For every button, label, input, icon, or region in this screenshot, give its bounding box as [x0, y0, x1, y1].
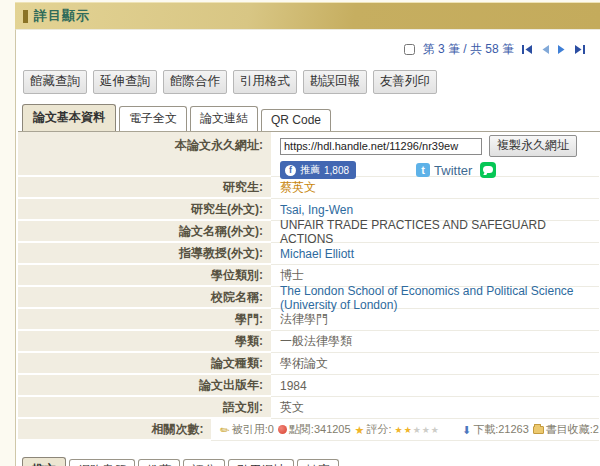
thesis-field-table: 本論文永久網址: 複製永久網址 推薦 1,808 [18, 132, 599, 441]
tab-cite-url[interactable]: 引用網址 [228, 459, 294, 466]
downloads-stat: ⬇ 下載:21263 [462, 422, 529, 437]
views-icon [278, 425, 287, 434]
usage-stats: ✎ 被引用:0 點閱:341205 ★ 評分: ★★★★★ [220, 422, 599, 437]
permalink-row: 本論文永久網址: 複製永久網址 推薦 1,808 [18, 132, 599, 177]
permalink-url-input[interactable] [280, 138, 482, 155]
error-report-button[interactable]: 勘誤回報 [303, 70, 367, 94]
school-name-link[interactable]: The London School of Economics and Polit… [280, 284, 599, 312]
field-row-title-en: 論文名稱(外文): UNFAIR TRADE PRACTICES AND SAF… [18, 221, 599, 243]
field-label: 學類: [18, 331, 271, 353]
record-position: 第 3 筆 / 共 58 筆 [423, 41, 514, 58]
field-row-thesis-type: 論文種類: 學術論文 [18, 353, 599, 375]
field-label: 相關次數: [18, 419, 211, 441]
field-label: 研究生: [18, 177, 271, 199]
thesis-title-en: UNFAIR TRADE PRACTICES AND SAFEGUARD ACT… [280, 218, 599, 246]
page-frame: 詳目顯示 第 3 筆 / 共 58 筆 館藏查詢 延伸查詢 館際合作 引用格式 … [15, 2, 600, 466]
cited-stat: ✎ 被引用:0 [220, 422, 273, 437]
field-row-advisor-en: 指導教授(外文): Michael Elliott [18, 243, 599, 265]
facebook-share-count: 1,808 [324, 165, 349, 176]
record-select-checkbox[interactable] [404, 44, 415, 55]
facebook-share-label: 推薦 [300, 163, 320, 177]
library-search-button[interactable]: 館藏查詢 [23, 70, 87, 94]
twitter-share-label: Twitter [434, 163, 472, 178]
discipline-value: 法律學門 [280, 311, 328, 328]
views-stat: 點閱:341205 [278, 422, 351, 437]
tab-rate[interactable]: 評分 [183, 459, 225, 466]
publish-year-value: 1984 [280, 379, 307, 393]
thesis-type-value: 學術論文 [280, 355, 328, 372]
tab-tweet[interactable]: 推文 [22, 457, 66, 466]
field-label: 語文別: [18, 397, 271, 419]
field-label: 論文種類: [18, 353, 271, 375]
advisor-name-link[interactable]: Michael Elliott [280, 247, 354, 261]
cited-icon: ✎ [218, 423, 231, 437]
field-row-discipline: 學門: 法律學門 [18, 309, 599, 331]
line-share-button[interactable] [480, 162, 496, 178]
tab-recommend[interactable]: 推薦 [138, 459, 180, 466]
student-name-link[interactable]: 蔡英文 [280, 179, 316, 196]
extended-search-button[interactable]: 延伸查詢 [93, 70, 157, 94]
bookmark-folder-icon [533, 426, 544, 434]
field-row-school: 校院名稱: The London School of Economics and… [18, 287, 599, 309]
title-marker-icon [23, 10, 28, 23]
field-row-publish-year: 論文出版年: 1984 [18, 375, 599, 397]
subject-value: 一般法律學類 [280, 333, 352, 350]
prev-page-icon[interactable] [540, 44, 550, 55]
field-row-subject: 學類: 一般法律學類 [18, 331, 599, 353]
tab-electronic-fulltext[interactable]: 電子全文 [119, 106, 187, 131]
permalink-value-cell: 複製永久網址 推薦 1,808 Twitter [271, 132, 599, 177]
rating-stat: ★ 評分: ★★★★★ [355, 422, 440, 437]
student-name-en-link[interactable]: Tsai, Ing-Wen [280, 203, 353, 217]
facebook-icon [285, 165, 296, 176]
title-bar: 詳目顯示 [15, 2, 600, 29]
tab-thesis-links[interactable]: 論文連結 [190, 106, 258, 131]
field-label: 校院名稱: [18, 287, 271, 309]
degree-type: 博士 [280, 267, 304, 284]
tab-basic-info[interactable]: 論文基本資料 [22, 104, 116, 131]
field-row-student: 研究生: 蔡英文 [18, 177, 599, 199]
interlibrary-coop-button[interactable]: 館際合作 [163, 70, 227, 94]
record-pager: 第 3 筆 / 共 58 筆 [18, 30, 600, 57]
download-icon: ⬇ [462, 425, 471, 435]
tab-web-bookmark[interactable]: 網路書籤 [69, 459, 135, 466]
permalink-label: 本論文永久網址: [18, 132, 271, 177]
first-page-icon[interactable] [521, 44, 533, 55]
language-value: 英文 [280, 399, 304, 416]
citation-format-button[interactable]: 引用格式 [233, 70, 297, 94]
rating-stars[interactable]: ★★★★★ [395, 425, 440, 435]
page-title: 詳目顯示 [34, 7, 90, 25]
action-toolbar: 館藏查詢 延伸查詢 館際合作 引用格式 勘誤回報 友善列印 [18, 57, 600, 94]
last-page-icon[interactable] [574, 44, 586, 55]
field-label: 學位類別: [18, 265, 271, 287]
copy-permalink-button[interactable]: 複製永久網址 [489, 135, 577, 157]
field-label: 指導教授(外文): [18, 243, 271, 265]
field-label: 論文名稱(外文): [18, 221, 271, 243]
field-label: 研究生(外文): [18, 199, 271, 221]
bookmarks-stat: 書目收藏:2 [533, 422, 599, 437]
tab-qr-code[interactable]: QR Code [261, 109, 331, 131]
field-label: 學門: [18, 309, 271, 331]
field-row-stats: 相關次數: ✎ 被引用:0 點閱:341205 ★ 評分: [18, 419, 599, 441]
print-friendly-button[interactable]: 友善列印 [373, 70, 437, 94]
field-label: 論文出版年: [18, 375, 271, 397]
rating-star-icon: ★ [355, 425, 365, 435]
twitter-icon [416, 163, 430, 177]
content-panel: 第 3 筆 / 共 58 筆 館藏查詢 延伸查詢 館際合作 引用格式 勘誤回報 … [15, 29, 600, 466]
detail-tabbar: 論文基本資料 電子全文 論文連結 QR Code [18, 94, 600, 132]
next-page-icon[interactable] [557, 44, 567, 55]
social-tabbar: 推文 網路書籤 推薦 評分 引用網址 轉寄 [18, 447, 600, 466]
tab-forward[interactable]: 轉寄 [297, 459, 339, 466]
field-row-language: 語文別: 英文 [18, 397, 599, 419]
twitter-share-button[interactable]: Twitter [416, 163, 472, 178]
